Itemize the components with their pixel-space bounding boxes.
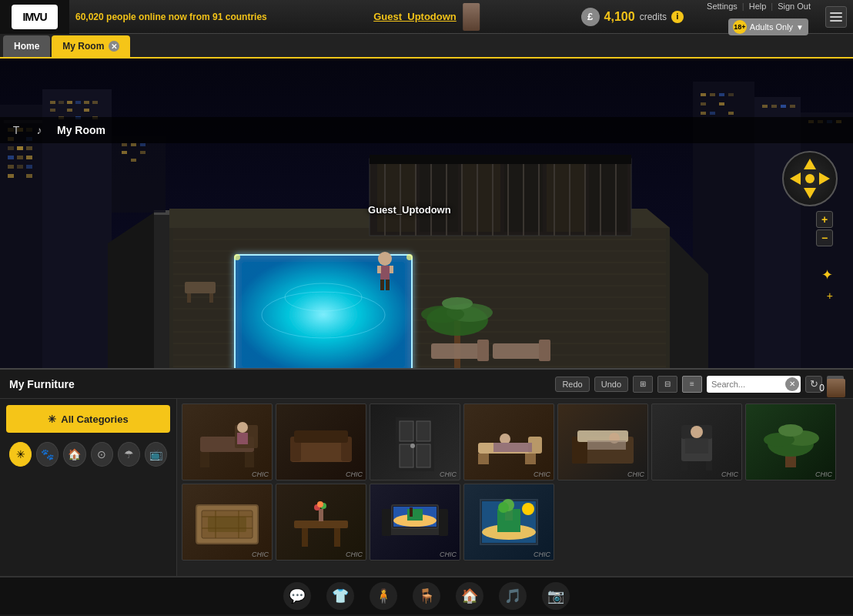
tab-home[interactable]: Home xyxy=(3,35,50,57)
text-tool-button[interactable]: T xyxy=(8,122,25,139)
item-label-bed: CHIC xyxy=(627,470,644,478)
svg-rect-8 xyxy=(8,146,14,150)
expand-button[interactable]: ✦ xyxy=(821,266,833,283)
item-label-tv: CHIC xyxy=(440,551,457,558)
adults-badge[interactable]: 18+ Adults Only ▼ xyxy=(728,18,808,35)
svg-rect-25 xyxy=(92,101,98,104)
cat-storage-icon[interactable]: ⊙ xyxy=(91,442,113,467)
svg-point-101 xyxy=(406,254,413,260)
svg-rect-18 xyxy=(26,174,32,178)
svg-rect-166 xyxy=(577,430,628,442)
svg-rect-76 xyxy=(462,162,500,232)
furniture-item-bench[interactable]: CHIC xyxy=(182,403,273,480)
room-toolbar: T ♪ My Room xyxy=(0,117,853,143)
furniture-item-table[interactable]: CHIC xyxy=(276,484,366,561)
avatar-count-icon xyxy=(827,379,845,397)
all-categories-button[interactable]: ✳ All Categories xyxy=(6,405,170,433)
furniture-panel: My Furniture Redo Undo ⊞ ⊟ ≡ ✕ ↻ ✕ ✳ xyxy=(0,368,853,576)
svg-rect-138 xyxy=(140,151,146,154)
furniture-item-sofa[interactable]: CHIC xyxy=(276,403,366,480)
furniture-item-rug[interactable]: CHIC xyxy=(182,484,273,561)
furniture-item-plant[interactable]: CHIC xyxy=(745,403,836,480)
zoom-out-button[interactable]: − xyxy=(816,229,833,246)
help-link[interactable]: Help xyxy=(749,2,767,11)
music-tool-icon: ♪ xyxy=(37,124,42,136)
undo-button[interactable]: Undo xyxy=(594,377,628,392)
compass-left xyxy=(790,172,801,185)
text-tool-icon: T xyxy=(13,124,20,136)
cat-all-icon[interactable]: ✳ xyxy=(9,442,32,467)
redo-button[interactable]: Redo xyxy=(555,377,589,392)
furniture-item-lounger[interactable]: CHIC xyxy=(463,403,554,480)
list-view-button[interactable]: ≡ xyxy=(682,376,702,393)
svg-point-193 xyxy=(317,501,323,507)
avatar-button[interactable]: 🧍 xyxy=(370,582,397,610)
svg-rect-14 xyxy=(8,165,14,169)
online-text: people online now from 91 countries xyxy=(106,12,267,22)
cat-seating-icon[interactable]: 🐾 xyxy=(36,442,59,467)
search-clear-button[interactable]: ✕ xyxy=(785,377,799,391)
furniture-item-bed[interactable]: CHIC xyxy=(557,403,648,480)
signout-link[interactable]: Sign Out xyxy=(778,2,811,11)
svg-rect-80 xyxy=(370,155,631,164)
tab-myroom[interactable]: My Room ✕ xyxy=(52,35,130,57)
svg-rect-160 xyxy=(478,454,489,464)
svg-rect-20 xyxy=(50,101,55,104)
grid-view-button-2[interactable]: ⊟ xyxy=(657,376,677,393)
svg-rect-153 xyxy=(400,421,413,441)
search-input[interactable] xyxy=(707,380,784,389)
furniture-button[interactable]: 🪑 xyxy=(413,582,440,610)
svg-rect-13 xyxy=(26,156,32,159)
svg-point-100 xyxy=(234,254,240,260)
item-label-rug: CHIC xyxy=(252,551,269,558)
music-button[interactable]: 🎵 xyxy=(499,582,527,610)
chat-button[interactable]: 💬 xyxy=(283,582,311,610)
expand-button-2[interactable]: + xyxy=(827,290,833,302)
item-label-plant: CHIC xyxy=(815,470,832,478)
furniture-item-painting[interactable]: CHIC xyxy=(463,484,554,561)
svg-rect-112 xyxy=(539,340,550,361)
username-area: Guest_Uptodown xyxy=(373,3,480,31)
credits-info-button[interactable]: i xyxy=(671,11,684,23)
settings-link[interactable]: Settings xyxy=(707,2,738,11)
svg-rect-75 xyxy=(420,162,458,232)
svg-rect-172 xyxy=(706,461,712,470)
item-label-lounger: CHIC xyxy=(534,470,550,478)
svg-rect-200 xyxy=(382,509,391,536)
svg-point-208 xyxy=(498,502,509,513)
dropdown-arrow: ▼ xyxy=(796,23,804,32)
zoom-in-button[interactable]: + xyxy=(816,211,833,228)
room-title: My Room xyxy=(57,124,105,136)
room-view: Guest_Uptodown + − ✦ + 0 xyxy=(0,59,853,405)
svg-rect-23 xyxy=(75,101,81,104)
furniture-item-door[interactable]: CHIC xyxy=(370,403,460,480)
svg-rect-33 xyxy=(754,97,801,405)
svg-point-173 xyxy=(691,426,703,438)
svg-rect-115 xyxy=(209,293,213,303)
cat-electronics-icon[interactable]: 📺 xyxy=(145,442,167,467)
hamburger-menu[interactable] xyxy=(825,6,847,28)
outfit-button[interactable]: 👕 xyxy=(326,582,354,610)
svg-rect-187 xyxy=(294,521,348,528)
furniture-grid: CHIC CHIC xyxy=(177,399,853,576)
furniture-controls: Redo Undo ⊞ ⊟ ≡ ✕ ↻ ✕ xyxy=(555,376,844,393)
room-button[interactable]: 🏠 xyxy=(456,582,483,610)
username-link[interactable]: Guest_Uptodown xyxy=(373,11,457,22)
credits-label: credits xyxy=(640,12,667,22)
svg-rect-143 xyxy=(200,452,209,467)
cat-tables-icon[interactable]: 🏠 xyxy=(63,442,85,467)
cityscape-svg xyxy=(0,59,853,405)
svg-rect-46 xyxy=(781,105,786,108)
avatar-count: 0 xyxy=(819,379,845,397)
compass[interactable] xyxy=(782,151,838,206)
grid-view-button[interactable]: ⊞ xyxy=(633,376,653,393)
tab-close-button[interactable]: ✕ xyxy=(109,41,119,52)
cat-decor-icon[interactable]: ☂ xyxy=(118,442,140,467)
furniture-item-tv[interactable]: CHIC xyxy=(370,484,460,561)
zoom-controls: + − xyxy=(816,211,833,246)
furniture-item-chair[interactable]: CHIC xyxy=(651,403,742,480)
svg-rect-147 xyxy=(237,433,248,444)
photo-button[interactable]: 📷 xyxy=(542,582,570,610)
furniture-content: ✳ All Categories ✳ 🐾 🏠 ⊙ ☂ 📺 xyxy=(0,399,853,576)
music-tool-button[interactable]: ♪ xyxy=(31,122,48,139)
